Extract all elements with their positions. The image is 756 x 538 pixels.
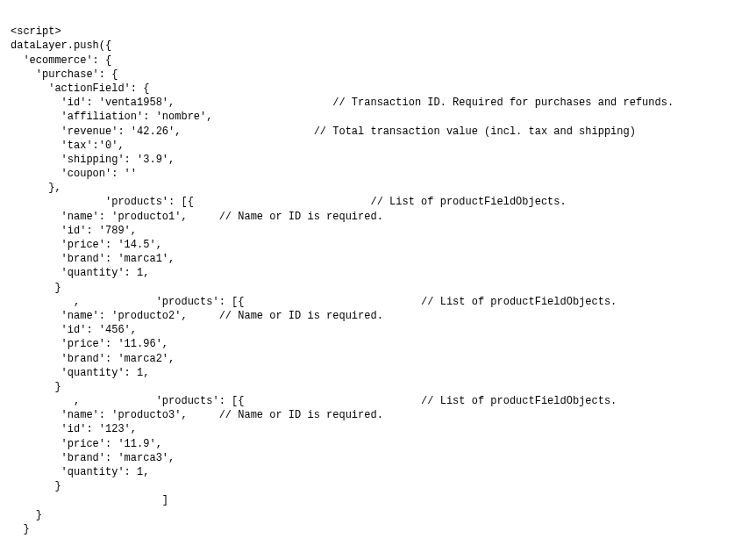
line-7: 'affiliation': 'nombre', [11, 111, 212, 123]
line-35: } [11, 509, 42, 521]
line-19: } [11, 282, 61, 294]
line-14: 'name': 'producto1', // Name or ID is re… [11, 211, 383, 223]
line-3: 'ecommerce': { [11, 54, 111, 67]
line-24: 'brand': 'marca2', [11, 353, 175, 365]
line-17: 'brand': 'marca1', [11, 253, 175, 265]
line-23: 'price': '11.96', [11, 338, 168, 350]
line-4: 'purchase': { [11, 68, 118, 81]
line-32: 'quantity': 1, [11, 466, 149, 478]
line-5: 'actionField': { [11, 82, 149, 95]
line-8: 'revenue': '42.26', // Total transaction… [11, 126, 636, 138]
line-28: 'name': 'producto3', // Name or ID is re… [11, 409, 383, 421]
line-18: 'quantity': 1, [11, 267, 149, 279]
line-2: dataLayer.push({ [11, 39, 111, 52]
line-1: <script> [11, 25, 61, 38]
line-26: } [11, 381, 61, 393]
line-11: 'coupon': '' [11, 168, 137, 180]
line-30: 'price': '11.9', [11, 438, 162, 450]
line-9: 'tax':'0', [11, 140, 125, 152]
line-33: } [11, 480, 61, 492]
line-27: , 'products': [{ // List of productField… [11, 395, 617, 407]
line-13: 'products': [{ // List of productFieldOb… [11, 196, 567, 208]
line-10: 'shipping': '3.9', [11, 154, 175, 166]
line-29: 'id': '123', [11, 423, 137, 435]
line-31: 'brand': 'marca3', [11, 452, 175, 464]
line-25: 'quantity': 1, [11, 367, 149, 379]
line-21: 'name': 'producto2', // Name or ID is re… [11, 310, 383, 322]
line-20: , 'products': [{ // List of productField… [11, 296, 617, 308]
code-block: <script> dataLayer.push({ 'ecommerce': {… [11, 25, 745, 538]
line-15: 'id': '789', [11, 225, 137, 237]
line-6: 'id': 'venta1958', // Transaction ID. Re… [11, 97, 674, 109]
line-34: ] [11, 494, 168, 506]
line-16: 'price': '14.5', [11, 239, 162, 251]
line-36: } [11, 523, 30, 535]
line-22: 'id': '456', [11, 324, 137, 336]
line-12: }, [11, 182, 61, 194]
